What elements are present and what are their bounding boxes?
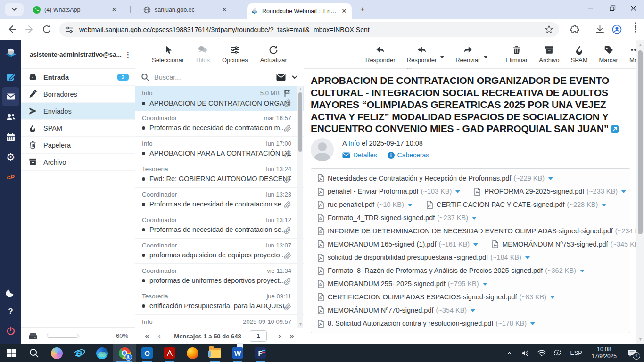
back-icon[interactable] <box>7 24 17 34</box>
headers-toggle[interactable]: Cabeceras <box>388 151 429 159</box>
logout-power-icon[interactable] <box>0 321 21 340</box>
message-list-item[interactable]: Coordinador vie 11:34 proformas de unifo… <box>135 264 304 289</box>
word-icon[interactable]: W <box>226 344 249 362</box>
start-button[interactable] <box>0 344 23 362</box>
message-list-item[interactable]: Coordinador lun 13:23 Proformas de neces… <box>135 188 304 213</box>
taskbar-search-button[interactable] <box>23 344 45 362</box>
downloads-icon[interactable] <box>595 25 605 34</box>
help-icon[interactable]: ? <box>0 302 21 321</box>
notification-center-button[interactable]: 4 <box>622 344 641 362</box>
folder-sent[interactable]: Enviados <box>21 103 135 120</box>
tab-whatsapp[interactable]: (4) WhatsApp ✕ <box>29 3 122 16</box>
bookmark-star-icon[interactable] <box>545 25 553 34</box>
attachment-menu-caret[interactable] <box>408 204 413 206</box>
reload-icon[interactable] <box>41 24 52 34</box>
forward-menu-caret[interactable] <box>484 56 487 58</box>
tab-close-icon[interactable]: ✕ <box>340 8 348 15</box>
list-scrollbar[interactable]: ▲ ▼ <box>297 86 303 328</box>
settings-gear-icon[interactable]: ⚙ <box>0 148 21 167</box>
attachment-menu-caret[interactable] <box>550 296 555 299</box>
attachment-file[interactable]: MEMORÁNDUM Nº753-signed.pdf (~345 KB) <box>492 240 644 248</box>
cpanel-icon[interactable]: cP <box>0 167 21 186</box>
firefox-icon[interactable] <box>181 344 204 362</box>
site-settings-icon[interactable] <box>65 25 74 34</box>
attachment-file[interactable]: INFORME DE DETERMINACION DE NECESIDAD EV… <box>318 227 644 235</box>
attachment-file[interactable]: MEMORANDUM 255- 2025-signed.pdf (~795 KB… <box>318 280 487 288</box>
connect-display-icon[interactable] <box>551 344 565 362</box>
attachment-file[interactable]: MEMORÁNDUM Nº770-signed.pdf (~354 KB) <box>318 306 475 314</box>
details-toggle[interactable]: Detalles <box>342 151 377 159</box>
prev-page-icon[interactable]: ‹ <box>153 331 165 341</box>
clock[interactable]: 10:08 17/9/2025 <box>588 346 620 360</box>
forward-icon[interactable] <box>25 24 35 34</box>
attachment-file[interactable]: ruc penafiel.pdf (~10 KB) <box>318 201 413 209</box>
tab-close-icon[interactable]: ✕ <box>221 6 228 14</box>
page-number-input[interactable]: 1 <box>250 330 267 342</box>
reply-button[interactable]: Responder <box>365 45 396 64</box>
attachment-file[interactable]: PROFORMA 29-2025-signed.pdf (~233 KB) <box>474 188 626 196</box>
attachment-file[interactable]: Necesidades de Contratación y Recepción … <box>318 174 553 182</box>
wifi-icon[interactable] <box>535 344 549 362</box>
forticlient-icon[interactable]: F <box>249 344 272 362</box>
account-menu-icon[interactable]: ⋮ <box>124 53 130 56</box>
first-page-icon[interactable]: « <box>141 331 153 341</box>
last-page-icon[interactable]: » <box>286 331 298 341</box>
tab-sanjuan[interactable]: sanjuan.gob.ec ✕ <box>140 3 232 16</box>
scroll-up-icon[interactable]: ▲ <box>638 43 642 47</box>
next-page-icon[interactable]: › <box>273 331 286 341</box>
search-input[interactable] <box>154 74 276 81</box>
attachment-menu-caret[interactable] <box>455 190 460 193</box>
attachment-file[interactable]: peñafiel - Enviar Proforma.pdf (~103 KB) <box>318 188 460 196</box>
attachment-menu-caret[interactable] <box>548 177 553 180</box>
new-tab-button[interactable]: + <box>358 5 367 14</box>
message-list-item[interactable]: Info 5.0 MB APROBACION DE CONTRATACION O… <box>135 86 304 111</box>
message-list-item[interactable]: Tesoreria jue 09:11 ertificación Presupu… <box>135 289 304 315</box>
dark-mode-moon-icon[interactable] <box>0 283 21 302</box>
reply-all-menu-caret[interactable] <box>440 56 444 58</box>
message-list-item[interactable]: Coordinador lun 13:12 Proformas de neces… <box>135 213 304 239</box>
delete-button[interactable]: Eliminar <box>505 45 528 64</box>
folder-inbox[interactable]: Entrada 3 <box>21 69 135 86</box>
open-in-new-window-icon[interactable] <box>611 125 619 133</box>
address-bar[interactable]: webmail.sanjuan.gob.ec/cpsess1988317614/… <box>59 22 559 37</box>
mail-scrollbar[interactable]: ▲ ▼ <box>636 40 644 344</box>
attachment-menu-caret[interactable] <box>621 190 626 193</box>
attachment-menu-caret[interactable] <box>530 322 535 325</box>
select-button[interactable]: Seleccionar <box>152 45 184 64</box>
mail-icon[interactable] <box>0 87 21 106</box>
attachment-menu-caret[interactable] <box>525 256 530 259</box>
browser-menu-icon[interactable]: ⋮⋮ <box>632 24 638 31</box>
attachment-file[interactable]: solicitud de disponibilidad presupuestar… <box>318 254 530 262</box>
tray-chevron-icon[interactable] <box>503 344 517 362</box>
attachment-file[interactable]: Formato_8_Razón de Proformas y Análisis … <box>318 267 585 275</box>
attachment-menu-caret[interactable] <box>580 270 585 272</box>
folder-spam[interactable]: SPAM <box>21 120 135 137</box>
tab-close-icon[interactable]: ✕ <box>110 6 118 14</box>
language-indicator[interactable]: ESP <box>567 350 586 356</box>
copilot-icon[interactable] <box>45 344 68 362</box>
message-list-item[interactable]: Coordinador mar 16:57 Proformas de neces… <box>135 111 304 137</box>
attachment-menu-caret[interactable] <box>602 204 606 206</box>
refresh-button[interactable]: Actualizar <box>260 45 287 64</box>
tab-search-button[interactable] <box>5 3 24 16</box>
scroll-down-icon[interactable]: ▼ <box>298 322 302 326</box>
mark-button[interactable]: Marcar <box>599 45 618 64</box>
window-restore-button[interactable] <box>602 0 623 16</box>
attachment-file[interactable]: 8. Solicitud Autorización contra y resol… <box>318 320 535 328</box>
attachment-file[interactable]: CERTIFICACION PAC Y CATE-signed.pdf (~22… <box>427 201 607 209</box>
message-list-item[interactable]: Tesoreria lun 13:24 Fwd: Re: GOBIERNO AU… <box>135 162 304 188</box>
threads-button[interactable]: Hilos <box>196 45 210 64</box>
window-close-button[interactable] <box>622 0 644 16</box>
folder-drafts[interactable]: Borradores <box>21 86 135 103</box>
extensions-icon[interactable] <box>570 25 580 34</box>
search-scope-mail-icon[interactable] <box>276 74 286 81</box>
scroll-up-icon[interactable]: ▲ <box>298 87 302 91</box>
compose-icon[interactable] <box>0 67 21 86</box>
attachment-file[interactable]: CERTIFICACION OLIMPIADAS ESPACIOS-signed… <box>318 293 555 301</box>
message-list-item[interactable]: Info 2025-09-10 09:57 <box>135 315 304 328</box>
attachment-file[interactable]: MEMORANDUM 165-signed (1).pdf (~161 KB) <box>318 240 478 248</box>
folder-trash[interactable]: Papelera <box>21 137 135 154</box>
outlook-icon[interactable]: O <box>136 344 158 362</box>
message-list-item[interactable]: Coordinador lun 13:07 proformas adquisic… <box>135 239 304 264</box>
attachment-menu-caret[interactable] <box>471 309 475 312</box>
